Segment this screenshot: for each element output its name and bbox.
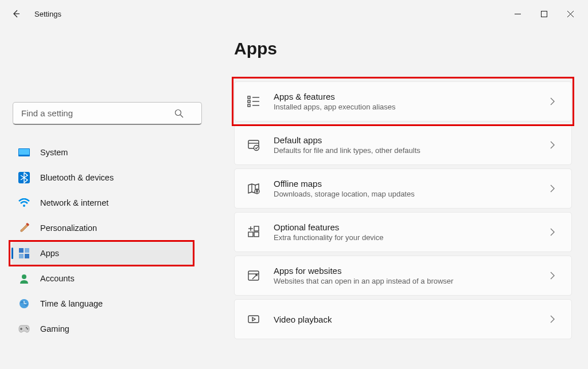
svg-rect-2 <box>541 11 547 17</box>
wifi-icon <box>18 197 30 209</box>
svg-point-31 <box>254 146 259 151</box>
svg-rect-12 <box>25 248 29 253</box>
card-offline-maps[interactable]: Offline mapsDownloads, storage location,… <box>234 168 572 209</box>
sidebar-item-bluetooth-devices[interactable]: Bluetooth & devices <box>11 166 195 189</box>
content-area: Apps Apps & featuresInstalled apps, app … <box>207 28 588 369</box>
chevron-right-icon <box>550 97 560 105</box>
svg-point-15 <box>22 274 26 279</box>
sidebar-item-time-language[interactable]: Time & language <box>11 292 195 315</box>
chevron-right-icon <box>550 185 560 193</box>
search-field-wrap <box>11 102 195 125</box>
back-button[interactable] <box>5 2 28 25</box>
page-title: Apps <box>234 39 572 58</box>
svg-rect-23 <box>248 96 250 99</box>
sidebar: SystemBluetooth & devicesNetwork & inter… <box>0 28 207 369</box>
sidebar-item-label: Gaming <box>40 324 69 333</box>
close-button[interactable] <box>557 5 583 23</box>
card-title: Apps & features <box>274 92 537 101</box>
svg-point-19 <box>26 327 27 328</box>
svg-rect-11 <box>19 248 24 253</box>
card-default-apps[interactable]: Default appsDefaults for file and link t… <box>234 125 572 165</box>
sidebar-item-network-internet[interactable]: Network & internet <box>11 191 195 214</box>
card-subtitle: Downloads, storage location, map updates <box>274 190 537 198</box>
gamepad-icon <box>18 323 30 335</box>
sidebar-item-label: Bluetooth & devices <box>40 173 114 182</box>
card-title: Default apps <box>274 135 537 145</box>
card-subtitle: Defaults for file and link types, other … <box>274 146 537 155</box>
minimize-icon <box>515 11 521 17</box>
svg-rect-24 <box>248 100 250 103</box>
card-subtitle: Installed apps, app execution aliases <box>274 103 537 111</box>
sidebar-item-label: Personalization <box>40 223 97 233</box>
chevron-right-icon <box>550 228 560 236</box>
svg-rect-14 <box>25 254 29 258</box>
card-apps-for-websites[interactable]: Apps for websitesWebsites that can open … <box>234 256 572 296</box>
window-title: Settings <box>34 10 61 18</box>
close-icon <box>567 11 574 17</box>
svg-point-9 <box>23 205 25 207</box>
svg-rect-36 <box>254 232 259 237</box>
svg-rect-8 <box>19 149 29 155</box>
bluetooth-icon <box>18 172 30 183</box>
account-icon <box>18 273 30 284</box>
card-subtitle: Websites that can open in an app instead… <box>274 277 537 285</box>
card-video-playback[interactable]: Video playback <box>234 299 572 339</box>
svg-point-20 <box>27 328 28 329</box>
svg-rect-42 <box>248 316 259 323</box>
sidebar-item-label: System <box>40 148 68 157</box>
card-title: Apps for websites <box>274 266 537 276</box>
svg-rect-25 <box>248 104 250 107</box>
clock-icon <box>18 298 30 309</box>
sidebar-item-apps[interactable]: Apps <box>11 242 195 265</box>
sidebar-item-personalization[interactable]: Personalization <box>11 217 195 240</box>
back-arrow-icon <box>11 9 21 18</box>
search-input[interactable] <box>13 102 202 125</box>
open-external-icon <box>246 268 261 283</box>
add-grid-icon <box>246 225 261 240</box>
card-title: Offline maps <box>274 179 537 189</box>
chevron-right-icon <box>550 141 560 149</box>
svg-rect-37 <box>254 226 259 231</box>
sidebar-item-label: Network & internet <box>40 198 108 207</box>
svg-rect-13 <box>19 254 24 258</box>
maximize-icon <box>541 11 547 17</box>
system-icon <box>18 147 30 158</box>
sidebar-item-gaming[interactable]: Gaming <box>11 317 195 340</box>
svg-rect-35 <box>248 232 253 237</box>
default-apps-icon <box>246 138 261 152</box>
maximize-button[interactable] <box>531 5 557 23</box>
window-controls <box>504 5 583 23</box>
sidebar-item-label: Apps <box>40 249 59 258</box>
map-icon <box>246 181 261 196</box>
sidebar-item-system[interactable]: System <box>11 141 195 164</box>
brush-icon <box>18 222 30 234</box>
minimize-button[interactable] <box>504 5 531 23</box>
sidebar-item-accounts[interactable]: Accounts <box>11 267 195 290</box>
sidebar-item-label: Accounts <box>40 274 75 283</box>
sidebar-item-label: Time & language <box>40 299 103 308</box>
video-icon <box>246 312 261 327</box>
card-apps-features[interactable]: Apps & featuresInstalled apps, app execu… <box>234 81 572 121</box>
card-optional-features[interactable]: Optional featuresExtra functionality for… <box>234 212 572 252</box>
card-subtitle: Extra functionality for your device <box>274 233 537 242</box>
card-title: Video playback <box>274 315 537 324</box>
apps-icon <box>18 248 30 259</box>
chevron-right-icon <box>550 315 560 323</box>
title-bar: Settings <box>0 0 588 28</box>
list-icon <box>246 94 261 109</box>
chevron-right-icon <box>550 272 560 280</box>
card-title: Optional features <box>274 222 537 232</box>
